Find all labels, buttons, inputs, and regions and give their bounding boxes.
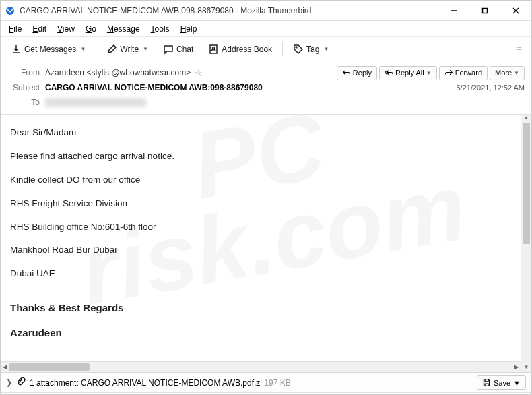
menu-tools[interactable]: Tools: [145, 22, 175, 36]
message-body-area: Dear Sir/Madam Please find attached carg…: [1, 115, 531, 372]
attachment-label[interactable]: 1 attachment: CARGO ARRIVAL NOTICE-MEDIC…: [30, 378, 260, 388]
svg-point-7: [296, 47, 297, 48]
attachment-size: 197 KB: [264, 378, 290, 388]
menu-edit[interactable]: Edit: [27, 22, 52, 36]
write-label: Write: [120, 44, 139, 54]
body-paragraph: Dear Sir/Madam: [10, 127, 511, 140]
statusbar: ((•)): [1, 392, 531, 395]
svg-point-6: [213, 47, 215, 49]
write-button[interactable]: Write ▼: [100, 40, 154, 58]
scroll-up-arrow[interactable]: ▲: [521, 115, 531, 123]
pencil-icon: [106, 44, 117, 55]
scroll-down-arrow[interactable]: ▼: [521, 364, 531, 372]
chat-label: Chat: [176, 44, 193, 54]
body-regards: Thanks & Best Regards: [10, 301, 511, 315]
tag-icon: [293, 44, 304, 55]
from-label: From: [7, 68, 40, 78]
body-paragraph: Mankhool Road Bur Dubai: [10, 244, 511, 257]
chat-button[interactable]: Chat: [157, 40, 199, 58]
reply-icon: [342, 69, 351, 78]
separator: [282, 42, 283, 56]
thunderbird-icon: [5, 5, 15, 16]
chevron-down-icon: ▼: [143, 46, 148, 52]
vertical-scroll-thumb[interactable]: [523, 123, 530, 244]
message-date: 5/21/2021, 12:52 AM: [456, 84, 525, 92]
subject-value: CARGO ARRIVAL NOTICE-MEDICOM AWB:098-886…: [45, 83, 263, 92]
address-book-button[interactable]: Address Book: [202, 40, 278, 58]
body-signature: Azarudeen: [10, 326, 511, 340]
menubar: File Edit View Go Message Tools Help: [1, 21, 531, 37]
tag-button[interactable]: Tag ▼: [287, 40, 335, 58]
reply-button[interactable]: Reply: [337, 66, 377, 80]
reply-all-icon: [385, 69, 393, 78]
scroll-left-arrow[interactable]: ◀: [1, 362, 9, 372]
titlebar: CARGO ARRIVAL NOTICE-MEDICOM AWB:098-886…: [1, 1, 531, 21]
body-paragraph: Kindle collect DO from our office: [10, 174, 511, 187]
chevron-down-icon: ▼: [514, 70, 519, 76]
app-menu-button[interactable]: ≡: [510, 40, 527, 58]
from-value: Azarudeen <stylist@whowhatwear.com>: [45, 68, 191, 78]
chat-icon: [163, 44, 174, 55]
forward-button[interactable]: Forward: [439, 66, 488, 80]
vertical-scrollbar[interactable]: ▲ ▼: [521, 115, 531, 372]
attachment-bar: ❯ 1 attachment: CARGO ARRIVAL NOTICE-MED…: [1, 372, 531, 392]
address-book-label: Address Book: [222, 44, 272, 54]
more-button[interactable]: More ▼: [490, 66, 525, 80]
menu-file[interactable]: File: [3, 22, 27, 36]
menu-message[interactable]: Message: [102, 22, 145, 36]
horizontal-scrollbar[interactable]: ◀ ▶: [1, 361, 521, 372]
chevron-down-icon: ▼: [80, 46, 86, 52]
maximize-button[interactable]: [469, 1, 500, 21]
scroll-right-arrow[interactable]: ▶: [512, 362, 521, 372]
save-icon: [482, 378, 491, 387]
more-label: More: [495, 69, 512, 77]
body-paragraph: RHS Freight Service Division: [10, 198, 511, 210]
address-book-icon: [208, 44, 219, 55]
body-paragraph: Dubai UAE: [10, 268, 511, 280]
forward-icon: [444, 69, 453, 78]
get-messages-label: Get Messages: [24, 44, 76, 54]
chevron-down-icon: ▼: [513, 379, 521, 387]
close-button[interactable]: [500, 1, 531, 21]
reply-label: Reply: [353, 69, 372, 77]
forward-label: Forward: [455, 69, 482, 77]
separator: [96, 42, 96, 56]
subject-label: Subject: [7, 83, 40, 92]
message-body: Dear Sir/Madam Please find attached carg…: [1, 115, 521, 363]
download-icon: [11, 44, 22, 55]
body-paragraph: RHS Building office No:601-6th floor: [10, 221, 511, 234]
reply-all-button[interactable]: Reply All ▼: [379, 66, 437, 80]
save-label: Save: [494, 379, 510, 387]
chevron-down-icon: ▼: [426, 70, 432, 76]
toolbar: Get Messages ▼ Write ▼ Chat Address Book…: [1, 37, 531, 61]
window-title: CARGO ARRIVAL NOTICE-MEDICOM AWB:098-886…: [20, 6, 438, 16]
menu-help[interactable]: Help: [175, 22, 203, 36]
body-paragraph: Please find attached cargo arrival notic…: [10, 150, 511, 163]
to-value: [45, 98, 146, 107]
paperclip-icon: [16, 377, 26, 388]
chevron-down-icon: ▼: [323, 46, 329, 52]
tag-label: Tag: [306, 44, 319, 54]
menu-view[interactable]: View: [52, 22, 80, 36]
get-messages-button[interactable]: Get Messages ▼: [5, 40, 92, 58]
save-attachment-button[interactable]: Save ▼: [477, 375, 526, 390]
svg-point-0: [6, 7, 14, 15]
minimize-button[interactable]: [438, 1, 469, 21]
star-icon[interactable]: ☆: [195, 68, 203, 78]
reply-all-label: Reply All: [395, 69, 424, 77]
expand-attachment-icon[interactable]: ❯: [6, 378, 12, 387]
svg-rect-2: [483, 8, 488, 13]
horizontal-scroll-thumb[interactable]: [9, 363, 90, 371]
to-label: To: [7, 98, 40, 107]
menu-go[interactable]: Go: [80, 22, 102, 36]
message-header: From Azarudeen <stylist@whowhatwear.com>…: [1, 61, 531, 115]
